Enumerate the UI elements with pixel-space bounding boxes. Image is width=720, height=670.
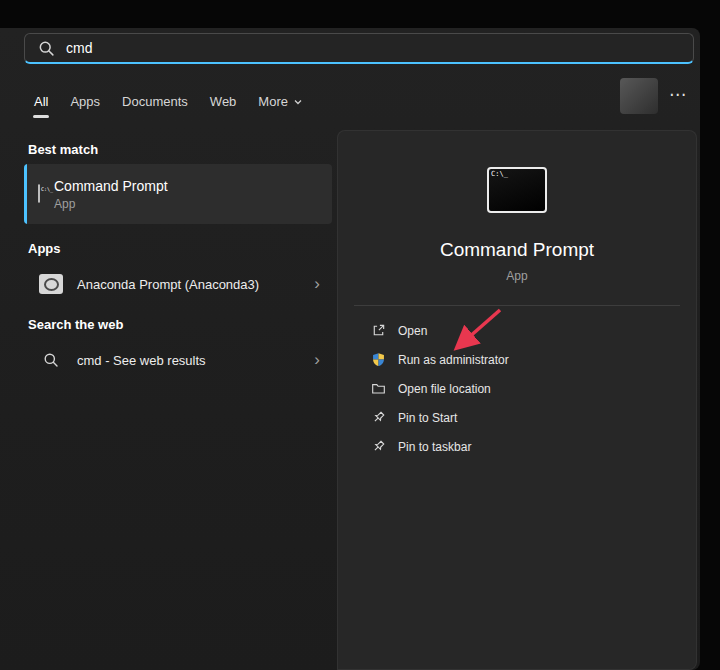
account-thumbnail[interactable] — [620, 78, 658, 114]
tab-more[interactable]: More — [258, 90, 303, 113]
preview-subtitle: App — [338, 269, 696, 283]
folder-icon — [371, 381, 386, 396]
tab-apps[interactable]: Apps — [70, 90, 100, 113]
pin-icon — [371, 439, 386, 454]
command-prompt-icon: C:\_ — [38, 184, 40, 203]
search-input[interactable]: cmd — [24, 33, 694, 64]
uac-shield-icon — [371, 352, 386, 367]
anaconda-prompt-icon — [39, 274, 63, 294]
chevron-down-icon — [293, 97, 303, 107]
result-web-search[interactable]: cmd - See web results › — [24, 338, 332, 382]
search-icon — [38, 40, 55, 57]
search-icon — [43, 352, 59, 368]
result-title: cmd - See web results — [77, 353, 302, 368]
result-title: Command Prompt — [54, 178, 332, 194]
search-web-header: Search the web — [28, 317, 123, 332]
result-command-prompt[interactable]: C:\_ Command Prompt App — [24, 164, 332, 224]
search-filter-tabs: All Apps Documents Web More — [34, 90, 303, 113]
action-pin-to-taskbar[interactable]: Pin to taskbar — [338, 432, 696, 461]
apps-header: Apps — [28, 241, 61, 256]
result-title: Anaconda Prompt (Anaconda3) — [77, 277, 302, 292]
result-subtitle: App — [54, 197, 332, 211]
preview-pane: C:\_ Command Prompt App Open — [337, 130, 697, 670]
start-search-panel: cmd All Apps Documents Web More ⋯ Best m… — [0, 28, 700, 670]
tab-web[interactable]: Web — [210, 90, 237, 113]
divider — [354, 305, 680, 306]
pin-icon — [371, 410, 386, 425]
search-query-text: cmd — [66, 40, 92, 56]
chevron-right-icon[interactable]: › — [302, 274, 332, 294]
command-prompt-icon: C:\_ — [487, 167, 547, 213]
more-options-icon[interactable]: ⋯ — [669, 86, 686, 103]
tab-documents[interactable]: Documents — [122, 90, 188, 113]
tab-more-label: More — [258, 94, 288, 109]
best-match-header: Best match — [28, 142, 98, 157]
result-anaconda-prompt[interactable]: Anaconda Prompt (Anaconda3) › — [24, 262, 332, 306]
tab-all[interactable]: All — [34, 90, 48, 113]
preview-title: Command Prompt — [338, 239, 696, 261]
action-open[interactable]: Open — [338, 316, 696, 345]
action-list: Open — [338, 316, 696, 461]
action-pin-to-start[interactable]: Pin to Start — [338, 403, 696, 432]
action-run-as-administrator[interactable]: Run as administrator — [338, 345, 696, 374]
chevron-right-icon[interactable]: › — [302, 350, 332, 370]
open-icon — [371, 323, 386, 338]
action-open-file-location[interactable]: Open file location — [338, 374, 696, 403]
screen: cmd All Apps Documents Web More ⋯ Best m… — [0, 0, 720, 670]
